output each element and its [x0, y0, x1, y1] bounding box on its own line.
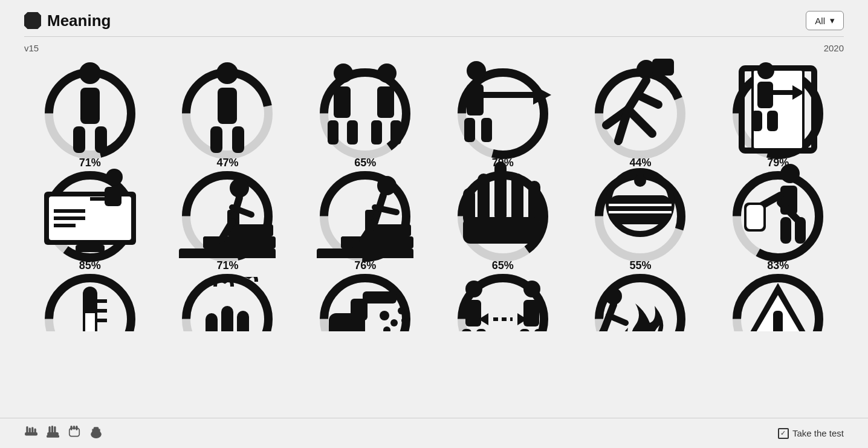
donut-chart: 47%	[179, 65, 276, 162]
svg-line-150	[609, 316, 626, 323]
donut-percentage: 55%	[629, 259, 651, 272]
svg-point-24	[467, 61, 486, 80]
donut-icon	[592, 161, 688, 258]
footer-icon	[24, 426, 37, 441]
donut-inner: 76%	[317, 168, 413, 265]
svg-point-14	[334, 63, 353, 83]
partial-donut-card	[712, 271, 844, 331]
donut-inner: 55%	[592, 168, 688, 265]
svg-point-127	[390, 319, 398, 326]
donut-inner: 85%	[42, 168, 138, 265]
donut-chart: 55%	[592, 168, 688, 265]
svg-marker-27	[533, 85, 551, 105]
svg-rect-135	[465, 300, 481, 326]
svg-rect-106	[780, 217, 791, 244]
donut-card: 71%	[162, 168, 294, 265]
donut-inner: 71%	[179, 168, 276, 265]
donut-inner: 79%	[455, 65, 551, 162]
partial-icon	[592, 277, 688, 331]
donut-icon	[179, 161, 276, 258]
svg-rect-173	[94, 427, 99, 430]
svg-point-131	[401, 318, 406, 323]
donut-icon	[317, 59, 413, 155]
svg-point-18	[377, 63, 397, 83]
page: Meaning All ▾ v15 2020 71%	[0, 0, 868, 448]
svg-point-44	[757, 62, 774, 79]
donut-percentage: 83%	[767, 259, 789, 272]
row1-grid: 71% 47%	[24, 65, 844, 162]
dropdown-value: All	[815, 16, 825, 26]
partial-donut-card	[437, 271, 569, 331]
donut-percentage: 65%	[492, 259, 514, 272]
donut-chart: 65%	[317, 65, 413, 162]
svg-rect-10	[210, 126, 222, 153]
donut-icon	[42, 59, 138, 155]
svg-rect-86	[478, 174, 490, 224]
header-left: Meaning	[24, 11, 111, 30]
donut-inner: 83%	[730, 168, 826, 265]
row3-grid	[24, 271, 844, 331]
donut-inner: 47%	[179, 65, 276, 162]
partial-donut-card	[299, 271, 431, 331]
svg-rect-169	[73, 426, 75, 430]
row2-grid: 85% 71%	[24, 168, 844, 265]
partial-icon	[730, 277, 826, 331]
svg-rect-28	[464, 118, 475, 142]
svg-point-8	[216, 62, 238, 84]
svg-rect-15	[334, 86, 351, 118]
svg-rect-161	[25, 432, 37, 436]
svg-rect-136	[462, 329, 471, 331]
svg-rect-87	[511, 174, 523, 224]
footer-icons	[24, 426, 103, 441]
svg-rect-65	[179, 248, 276, 258]
footer: ✓ Take the test	[0, 418, 868, 448]
donut-icon	[317, 161, 413, 258]
svg-rect-90	[463, 217, 540, 244]
donut-card: 71%	[24, 65, 156, 162]
donut-icon	[455, 161, 551, 258]
svg-rect-94	[609, 195, 672, 224]
donut-chart: 71%	[42, 65, 138, 162]
header: Meaning All ▾	[0, 0, 868, 36]
svg-rect-49	[767, 111, 778, 131]
donut-chart: 65%	[455, 168, 551, 265]
take-test-button[interactable]: ✓ Take the test	[778, 428, 844, 439]
year-label: 2020	[824, 43, 844, 53]
svg-line-36	[638, 95, 658, 105]
partial-icon	[317, 277, 413, 331]
donut-icon	[455, 59, 551, 155]
donut-icon	[42, 161, 138, 258]
partial-donut-card	[24, 271, 156, 331]
donut-chart: 76%	[317, 168, 413, 265]
chevron-down-icon: ▾	[830, 15, 835, 26]
partial-icon	[42, 277, 138, 331]
svg-rect-19	[377, 86, 394, 118]
svg-rect-85	[494, 161, 507, 222]
partial-icon	[455, 277, 551, 331]
checkbox-icon: ✓	[778, 428, 789, 439]
svg-rect-119	[221, 306, 233, 331]
svg-rect-4	[73, 126, 85, 153]
svg-point-138	[523, 281, 540, 297]
donut-chart: 79%	[730, 65, 826, 162]
svg-rect-16	[328, 120, 338, 144]
donut-chart: 85%	[42, 168, 138, 265]
footer-icon	[68, 426, 81, 441]
svg-rect-29	[481, 118, 492, 142]
svg-rect-120	[237, 311, 249, 331]
svg-rect-168	[70, 426, 72, 430]
svg-rect-155	[773, 311, 783, 331]
donut-chart: 44%	[592, 65, 688, 162]
donut-chart: 71%	[179, 168, 276, 265]
footer-icon	[46, 426, 59, 441]
partial-icon	[179, 277, 276, 331]
svg-rect-9	[218, 88, 237, 124]
svg-rect-56	[105, 187, 121, 206]
svg-rect-17	[347, 120, 358, 144]
svg-rect-11	[232, 126, 244, 153]
logo-icon	[24, 12, 41, 29]
filter-dropdown[interactable]: All ▾	[806, 11, 844, 30]
svg-rect-25	[467, 84, 484, 115]
svg-rect-20	[371, 120, 382, 144]
donut-card: 44%	[575, 65, 707, 162]
